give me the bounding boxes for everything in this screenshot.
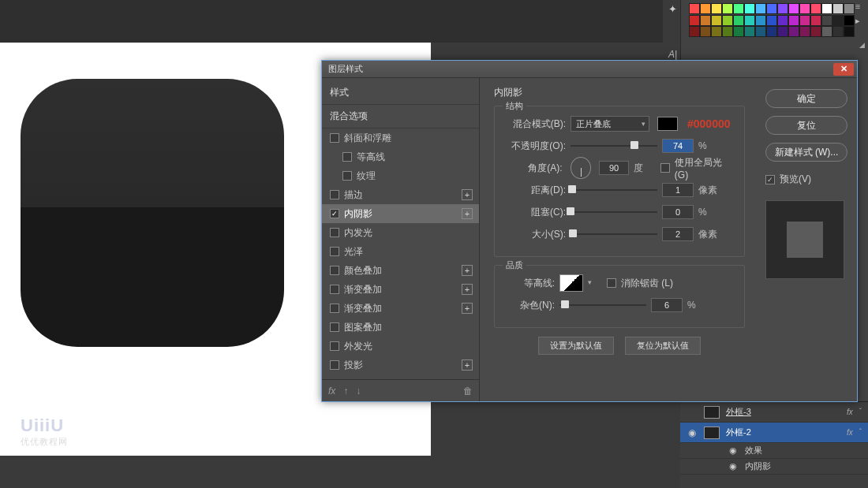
color-swatch[interactable] bbox=[832, 15, 844, 26]
chevron-down-icon[interactable]: ˇ bbox=[859, 408, 862, 416]
visibility-icon[interactable]: ◉ bbox=[728, 461, 739, 471]
color-swatch[interactable] bbox=[821, 3, 832, 14]
ok-button[interactable]: 确定 bbox=[765, 89, 847, 108]
color-swatch[interactable] bbox=[755, 15, 766, 26]
dialog-titlebar[interactable]: 图层样式 ✕ bbox=[322, 61, 857, 78]
color-swatch[interactable] bbox=[788, 3, 799, 14]
style-checkbox[interactable] bbox=[330, 190, 339, 199]
color-swatch[interactable] bbox=[810, 3, 821, 14]
style-item[interactable]: 描边+ bbox=[322, 185, 479, 204]
fx-icon[interactable]: fx bbox=[328, 386, 335, 397]
style-item[interactable]: 外发光 bbox=[322, 337, 479, 356]
contour-picker[interactable] bbox=[559, 274, 583, 292]
color-swatch[interactable] bbox=[788, 26, 799, 37]
style-item[interactable]: 内发光 bbox=[322, 223, 479, 242]
style-item[interactable]: 纹理 bbox=[322, 166, 479, 185]
layer-effect-item[interactable]: ◉ 内阴影 bbox=[680, 459, 868, 475]
style-item[interactable]: 投影+ bbox=[322, 356, 479, 374]
color-swatch[interactable] bbox=[711, 3, 722, 14]
color-swatch[interactable] bbox=[733, 26, 744, 37]
color-swatch[interactable] bbox=[766, 3, 777, 14]
color-swatch[interactable] bbox=[744, 26, 755, 37]
preview-checkbox[interactable]: ✓ bbox=[765, 175, 775, 184]
style-item[interactable]: 颜色叠加+ bbox=[322, 261, 479, 280]
color-swatch[interactable] bbox=[821, 15, 832, 26]
opacity-input[interactable]: 74 bbox=[662, 139, 694, 153]
color-swatch[interactable] bbox=[711, 15, 722, 26]
color-swatch[interactable] bbox=[766, 15, 777, 26]
close-button[interactable]: ✕ bbox=[833, 63, 854, 76]
style-item[interactable]: 等高线 bbox=[322, 147, 479, 166]
color-swatch[interactable] bbox=[722, 3, 733, 14]
size-input[interactable]: 2 bbox=[662, 227, 694, 241]
global-light-checkbox[interactable] bbox=[660, 163, 669, 173]
choke-slider[interactable] bbox=[571, 207, 657, 218]
color-swatch[interactable] bbox=[777, 26, 788, 37]
color-swatch[interactable] bbox=[700, 3, 711, 14]
distance-slider[interactable] bbox=[571, 184, 657, 196]
color-swatch[interactable] bbox=[722, 26, 733, 37]
add-instance-icon[interactable]: + bbox=[462, 265, 473, 276]
color-swatch[interactable] bbox=[810, 26, 821, 37]
panel-corner-icon[interactable]: ◢ bbox=[859, 41, 865, 49]
add-instance-icon[interactable]: + bbox=[462, 189, 473, 200]
fx-badge[interactable]: fx bbox=[847, 408, 853, 416]
angle-dial[interactable] bbox=[571, 157, 592, 179]
style-item[interactable]: 光泽 bbox=[322, 242, 479, 261]
style-checkbox[interactable] bbox=[330, 228, 339, 237]
angle-input[interactable]: 90 bbox=[599, 161, 629, 175]
opacity-slider[interactable] bbox=[571, 140, 657, 151]
style-item[interactable]: 渐变叠加+ bbox=[322, 299, 479, 318]
make-default-button[interactable]: 设置为默认值 bbox=[538, 337, 614, 355]
reset-button[interactable]: 复位 bbox=[765, 116, 847, 135]
color-swatch[interactable] bbox=[777, 3, 788, 14]
noise-input[interactable]: 6 bbox=[651, 298, 683, 312]
add-instance-icon[interactable]: + bbox=[462, 284, 473, 295]
color-swatch[interactable] bbox=[777, 15, 788, 26]
color-swatch[interactable] bbox=[788, 15, 799, 26]
style-item[interactable]: 渐变叠加+ bbox=[322, 280, 479, 299]
color-swatch[interactable] bbox=[799, 26, 810, 37]
size-slider[interactable] bbox=[571, 229, 657, 240]
distance-input[interactable]: 1 bbox=[662, 183, 694, 197]
color-swatch[interactable] bbox=[689, 3, 700, 14]
color-swatch[interactable] bbox=[821, 26, 832, 37]
choke-input[interactable]: 0 bbox=[662, 205, 694, 219]
layer-name[interactable]: 外框-2 bbox=[726, 427, 840, 438]
move-up-icon[interactable]: ↑ bbox=[343, 386, 348, 397]
style-item[interactable]: 斜面和浮雕 bbox=[322, 129, 479, 147]
style-checkbox[interactable] bbox=[330, 341, 339, 351]
styles-header[interactable]: 样式 bbox=[322, 81, 479, 105]
move-down-icon[interactable]: ↓ bbox=[356, 386, 361, 397]
noise-slider[interactable] bbox=[559, 300, 646, 311]
reset-default-button[interactable]: 复位为默认值 bbox=[625, 337, 701, 355]
color-swatch[interactable] bbox=[733, 3, 744, 14]
color-swatch[interactable] bbox=[657, 117, 678, 131]
style-checkbox[interactable] bbox=[330, 247, 339, 256]
blend-mode-select[interactable]: 正片叠底 bbox=[571, 116, 649, 132]
type-tool-icon[interactable]: A| bbox=[668, 49, 677, 60]
color-swatch[interactable] bbox=[733, 15, 744, 26]
color-swatch[interactable] bbox=[799, 15, 810, 26]
style-item[interactable]: ✓内阴影+ bbox=[322, 204, 479, 223]
style-checkbox[interactable] bbox=[342, 152, 352, 162]
style-checkbox[interactable] bbox=[330, 322, 339, 332]
style-checkbox[interactable] bbox=[330, 133, 339, 143]
add-instance-icon[interactable]: + bbox=[462, 303, 473, 314]
swatch-close-icon[interactable]: ▸ bbox=[852, 16, 863, 27]
color-swatch[interactable] bbox=[711, 26, 722, 37]
style-checkbox[interactable] bbox=[330, 304, 339, 313]
color-swatch[interactable] bbox=[755, 26, 766, 37]
color-swatch[interactable] bbox=[700, 15, 711, 26]
color-swatch[interactable] bbox=[689, 15, 700, 26]
layer-row[interactable]: ◉ 外框-2 fx ˆ bbox=[680, 423, 868, 443]
color-swatch[interactable] bbox=[844, 26, 855, 37]
color-swatch[interactable] bbox=[810, 15, 821, 26]
style-checkbox[interactable] bbox=[330, 360, 339, 370]
swatch-menu-icon[interactable]: ≡ bbox=[852, 2, 863, 13]
trash-icon[interactable]: 🗑 bbox=[463, 386, 473, 397]
color-swatch[interactable] bbox=[766, 26, 777, 37]
fx-badge[interactable]: fx bbox=[847, 428, 853, 437]
visibility-icon[interactable]: ◉ bbox=[687, 427, 698, 438]
add-instance-icon[interactable]: + bbox=[462, 359, 473, 371]
